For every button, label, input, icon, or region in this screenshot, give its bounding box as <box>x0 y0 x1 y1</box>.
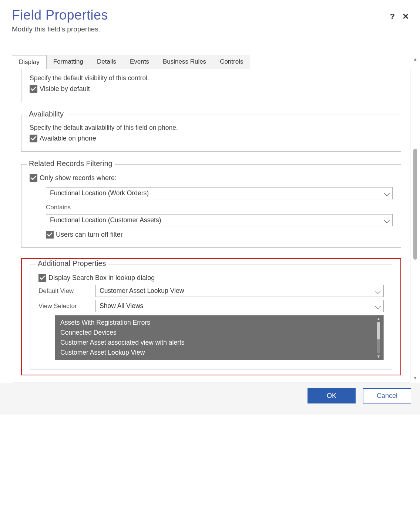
only-show-records-checkbox[interactable] <box>30 174 37 182</box>
tab-business-rules[interactable]: Business Rules <box>156 55 213 69</box>
users-turn-off-checkbox[interactable] <box>46 231 54 239</box>
contains-label: Contains <box>46 204 393 211</box>
list-item[interactable]: Customer Asset associated view with aler… <box>60 338 373 348</box>
only-show-records-label: Only show records where: <box>40 174 117 182</box>
availability-title: Availability <box>27 110 66 118</box>
check-icon <box>31 136 36 141</box>
tab-formatting[interactable]: Formatting <box>46 55 90 69</box>
tab-controls[interactable]: Controls <box>213 55 250 69</box>
additional-properties-highlight: Additional Properties Display Search Box… <box>21 258 401 375</box>
tab-bar: Display Formatting Details Events Busine… <box>12 55 410 69</box>
close-icon[interactable]: ✕ <box>402 13 409 21</box>
scroll-track[interactable] <box>413 64 417 373</box>
dialog-footer: OK Cancel <box>0 383 420 415</box>
list-item[interactable]: Connected Devices <box>60 328 373 338</box>
scroll-thumb[interactable] <box>377 322 380 339</box>
check-icon <box>40 275 45 281</box>
scroll-thumb[interactable] <box>413 149 417 260</box>
tab-display[interactable]: Display <box>12 55 47 69</box>
availability-help: Specify the default availability of this… <box>30 124 393 132</box>
filter-source-select[interactable]: Functional Location (Work Orders) <box>46 187 393 199</box>
views-listbox[interactable]: Assets With Registration Errors Connecte… <box>55 315 384 360</box>
scroll-up-icon[interactable]: ▲ <box>413 57 417 61</box>
additional-title: Additional Properties <box>36 259 108 268</box>
filter-target-value: Functional Location (Customer Assets) <box>50 216 161 224</box>
tab-events[interactable]: Events <box>123 55 156 69</box>
list-item[interactable]: Customer Asset Lookup View <box>60 348 373 358</box>
check-icon <box>47 232 53 237</box>
default-view-label: Default View <box>38 287 95 295</box>
filtering-title: Related Records Filtering <box>27 159 115 168</box>
available-on-phone-checkbox[interactable] <box>30 135 37 142</box>
display-search-box-label: Display Search Box in lookup dialog <box>48 274 155 282</box>
availability-section: Availability Specify the default availab… <box>21 115 401 152</box>
check-icon <box>31 175 36 181</box>
tab-details[interactable]: Details <box>90 55 123 69</box>
cancel-button[interactable]: Cancel <box>363 388 411 403</box>
dialog-title: Field Properties <box>12 7 390 23</box>
listbox-scrollbar[interactable]: ▲ ▼ <box>375 317 382 359</box>
dialog-header: Field Properties Modify this field's pro… <box>0 0 420 37</box>
scroll-track[interactable] <box>377 322 380 354</box>
list-item[interactable]: Assets With Registration Errors <box>60 318 373 328</box>
filter-source-value: Functional Location (Work Orders) <box>50 189 149 197</box>
default-view-select[interactable]: Customer Asset Lookup View <box>95 285 384 297</box>
visible-by-default-label: Visible by default <box>40 85 90 93</box>
dialog-subtitle: Modify this field's properties. <box>12 25 390 33</box>
view-selector-label: View Selector <box>38 303 95 310</box>
scroll-up-icon[interactable]: ▲ <box>376 317 381 321</box>
users-turn-off-label: Users can turn off filter <box>56 231 123 239</box>
scroll-down-icon[interactable]: ▼ <box>376 354 381 359</box>
visibility-help: Specify the default visibility of this c… <box>30 74 393 82</box>
filter-target-select[interactable]: Functional Location (Customer Assets) <box>46 214 393 226</box>
display-search-box-checkbox[interactable] <box>38 274 46 282</box>
visible-by-default-checkbox[interactable] <box>30 85 37 93</box>
help-icon[interactable]: ? <box>390 13 395 21</box>
view-selector-select[interactable]: Show All Views <box>95 300 384 312</box>
view-selector-value: Show All Views <box>100 302 143 310</box>
additional-properties-section: Additional Properties Display Search Box… <box>30 264 392 369</box>
default-view-value: Customer Asset Lookup View <box>100 287 184 294</box>
ok-button[interactable]: OK <box>308 388 356 403</box>
visibility-section: Specify the default visibility of this c… <box>21 69 401 102</box>
available-on-phone-label: Available on phone <box>40 135 96 142</box>
filtering-section: Related Records Filtering Only show reco… <box>21 164 401 248</box>
scroll-down-icon[interactable]: ▼ <box>413 376 417 380</box>
check-icon <box>31 86 36 92</box>
panel-scrollbar[interactable]: ▲ ▼ <box>410 55 420 382</box>
